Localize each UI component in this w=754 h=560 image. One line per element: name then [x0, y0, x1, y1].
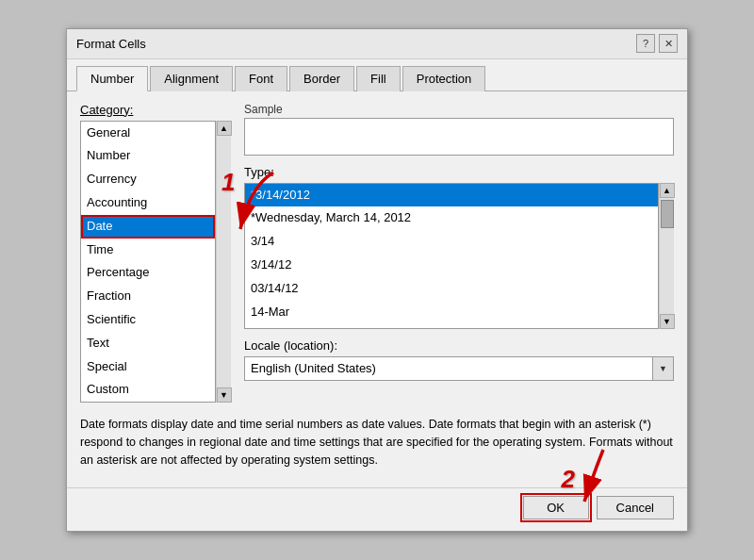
category-item-number[interactable]: Number — [81, 144, 215, 168]
category-item-scientific[interactable]: Scientific — [81, 308, 215, 332]
scroll-down-arrow[interactable]: ▼ — [217, 387, 232, 403]
buttons-row: OK Cancel — [67, 487, 687, 531]
category-list[interactable]: General Number Currency Accounting Date … — [80, 121, 216, 404]
type-label: Type: — [244, 165, 674, 179]
category-item-special[interactable]: Special — [81, 355, 215, 379]
category-item-percentage[interactable]: Percentage — [81, 261, 215, 285]
sample-label: Sample — [244, 103, 674, 116]
locale-select[interactable]: English (United States) ▼ — [244, 356, 674, 381]
type-section: Type: *3/14/2012 *Wednesday, March 14, 2… — [244, 165, 674, 329]
type-list[interactable]: *3/14/2012 *Wednesday, March 14, 2012 3/… — [244, 183, 659, 329]
tab-fill[interactable]: Fill — [356, 66, 401, 91]
close-button[interactable]: ✕ — [659, 34, 678, 53]
main-content: Category: General Number Currency Accoun… — [80, 103, 674, 404]
type-item-6[interactable]: 14-Mar-12 — [245, 323, 658, 328]
type-scroll-up[interactable]: ▲ — [660, 183, 675, 198]
sample-section: Sample — [244, 103, 674, 156]
help-button[interactable]: ? — [636, 34, 655, 53]
type-item-1[interactable]: *Wednesday, March 14, 2012 — [245, 206, 658, 230]
tab-border[interactable]: Border — [289, 66, 354, 91]
cancel-button[interactable]: Cancel — [597, 496, 674, 519]
category-item-currency[interactable]: Currency — [81, 168, 215, 191]
scroll-up-arrow[interactable]: ▲ — [217, 121, 232, 136]
ok-button[interactable]: OK — [523, 496, 589, 519]
category-item-accounting[interactable]: Accounting — [81, 191, 215, 215]
type-scrollbar-thumb[interactable] — [661, 200, 674, 228]
tab-font[interactable]: Font — [235, 66, 287, 91]
category-item-fraction[interactable]: Fraction — [81, 285, 215, 308]
locale-dropdown-arrow[interactable]: ▼ — [652, 357, 673, 380]
type-item-3[interactable]: 3/14/12 — [245, 254, 658, 277]
type-item-2[interactable]: 3/14 — [245, 230, 658, 254]
title-bar-controls: ? ✕ — [636, 34, 678, 53]
locale-section: Locale (location): English (United State… — [244, 338, 674, 381]
type-scroll-down[interactable]: ▼ — [660, 314, 675, 329]
locale-value: English (United States) — [245, 359, 652, 377]
dialog-title: Format Cells — [76, 37, 146, 51]
tab-alignment[interactable]: Alignment — [150, 66, 233, 91]
tab-protection[interactable]: Protection — [402, 66, 486, 91]
locale-label: Locale (location): — [244, 338, 674, 353]
category-label: Category: — [80, 103, 231, 117]
category-item-date[interactable]: Date — [81, 215, 215, 239]
category-item-custom[interactable]: Custom — [81, 378, 215, 402]
dialog-body: Category: General Number Currency Accoun… — [67, 91, 687, 485]
description-text: Date formats display date and time seria… — [80, 412, 674, 472]
type-scrollbar[interactable]: ▲ ▼ — [659, 183, 674, 329]
format-cells-dialog: Format Cells ? ✕ Number Alignment Font B… — [66, 28, 688, 533]
category-item-general[interactable]: General — [81, 122, 215, 145]
type-item-0[interactable]: *3/14/2012 — [245, 184, 658, 207]
title-bar: Format Cells ? ✕ — [67, 29, 687, 59]
category-scrollbar[interactable]: ▲ ▼ — [216, 121, 231, 404]
category-item-time[interactable]: Time — [81, 239, 215, 262]
type-item-5[interactable]: 14-Mar — [245, 301, 658, 324]
right-section: Sample Type: *3/14/2012 *Wednesday, Marc… — [244, 103, 674, 404]
tab-number[interactable]: Number — [76, 66, 148, 91]
category-section: Category: General Number Currency Accoun… — [80, 103, 231, 404]
tabs-bar: Number Alignment Font Border Fill Protec… — [67, 59, 687, 91]
sample-value — [244, 118, 674, 156]
type-item-4[interactable]: 03/14/12 — [245, 277, 658, 301]
category-item-text[interactable]: Text — [81, 332, 215, 355]
